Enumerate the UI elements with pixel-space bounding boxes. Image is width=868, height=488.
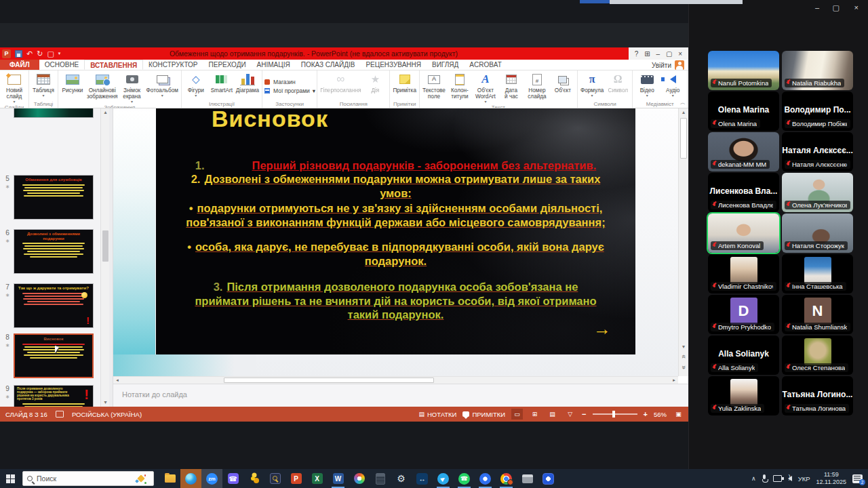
powerpoint-icon[interactable]: P: [285, 469, 307, 488]
settings-icon[interactable]: ⚙: [391, 469, 412, 488]
comments-toggle-button[interactable]: ПРИМІТКИ: [462, 411, 505, 418]
ribbon-item-Текстове-поле[interactable]: AТекстове поле: [421, 71, 447, 100]
slideshow-view-button[interactable]: ▽: [564, 409, 576, 420]
file-explorer-icon[interactable]: [159, 469, 180, 488]
participant-tile-Наталя Алєксєєнко[interactable]: Наталя Алєксєє...Наталя Алєксєєнко: [782, 132, 853, 171]
ribbon-item-Дата-й час[interactable]: Дата й час: [498, 71, 524, 100]
notification-center-icon[interactable]: 2: [852, 474, 863, 483]
slide-text-item[interactable]: •особа, яка дарує, не перебуває в підпор…: [186, 240, 606, 268]
sign-in[interactable]: Увійти: [652, 60, 684, 70]
scroll-down-icon[interactable]: ▾: [679, 343, 688, 351]
zoom-slider[interactable]: [593, 413, 637, 415]
reading-view-button[interactable]: ▤: [547, 409, 558, 420]
viber-icon[interactable]: ☎: [222, 469, 243, 488]
participant-tile-Alla Solianyk[interactable]: Alla SolianykAlla Solianyk: [708, 336, 779, 375]
zoom-level[interactable]: 56%: [654, 411, 667, 418]
speaker-tray-icon[interactable]: [788, 476, 792, 481]
notes-pane[interactable]: Нотатки до слайда: [113, 384, 688, 407]
scroll-left-icon[interactable]: ◂: [113, 377, 121, 384]
tab-вставлення[interactable]: ВСТАВЛЕННЯ: [84, 60, 143, 70]
tab-основне[interactable]: ОСНОВНЕ: [39, 60, 85, 70]
restore-icon[interactable]: ▢: [666, 50, 672, 58]
ribbon-item-Новий-слайд[interactable]: Новий слайд▾: [1, 71, 27, 104]
participant-tile-Olena Marina[interactable]: Olena MarinaOlena Marina: [708, 92, 779, 131]
slide-text-item[interactable]: 3.Після отримання дозволеного подарунка …: [186, 280, 606, 321]
edge-icon[interactable]: [180, 469, 201, 488]
minimize-icon[interactable]: –: [815, 3, 819, 12]
ribbon-item-Колон--титули[interactable]: Колон- титули: [447, 71, 473, 100]
participant-tile-Татьяна Логинова[interactable]: Татьяна Логино...Татьяна Логинова: [782, 376, 853, 415]
tab-file[interactable]: ФАЙЛ: [0, 60, 39, 70]
ribbon-item-SmartArt[interactable]: SmartArt: [209, 71, 235, 94]
slide[interactable]: Висновок 1.Перший різновид подарунків - …: [156, 108, 635, 354]
tab-переходи[interactable]: ПЕРЕХОДИ: [203, 60, 252, 70]
participant-tile-Artem Konoval[interactable]: Artem Konoval: [708, 214, 779, 253]
slide-thumbnail-6[interactable]: Дозволені з обмеженнями подарунки: [14, 229, 94, 274]
ribbon-item-Онлайнові-зображення[interactable]: Онлайнові зображення: [85, 71, 119, 100]
school-app-icon[interactable]: [538, 469, 559, 488]
ribbon-item-Знімок-екрана[interactable]: Знімок екрана▾: [119, 71, 145, 104]
slide-title[interactable]: Висновок: [212, 108, 328, 132]
participant-tile-dekanat-MM MM[interactable]: dekanat-MM MM: [708, 132, 779, 171]
zoom-app-icon[interactable]: zm: [201, 469, 222, 488]
ribbon-item-Фігури[interactable]: ◇Фігури▾: [183, 71, 209, 98]
ribbon-item-Мої програми[interactable]: Мої програми▾: [264, 87, 315, 94]
slide-thumbnail-partial[interactable]: [14, 108, 94, 118]
slide-editing-canvas[interactable]: Висновок 1.Перший різновид подарунків - …: [113, 108, 678, 376]
ribbon-item-Формула[interactable]: πФормула▾: [579, 71, 605, 98]
normal-view-button[interactable]: ▭: [511, 409, 523, 420]
slide-text-item[interactable]: •подарунки отримуються не у зв'язку зі з…: [186, 201, 606, 229]
slide-thumbnail-7[interactable]: Так що ж дарувати та отримувати?!: [14, 283, 94, 328]
ribbon-item-Таблиця[interactable]: Таблиця▾: [31, 71, 56, 98]
tab-показ слайдів[interactable]: ПОКАЗ СЛАЙДІВ: [296, 60, 361, 70]
participant-tile-Олена Лук'янчикова[interactable]: Олена Лук'янчикова: [782, 173, 853, 212]
ribbon-item-Діаграма[interactable]: Діаграма: [235, 71, 260, 94]
next-slide-icon[interactable]: »: [679, 363, 688, 372]
slide-text-item[interactable]: 2.Дозволені з обмеженнями подарунки можн…: [186, 172, 606, 200]
chrome-icon[interactable]: [496, 469, 517, 488]
scrollbar-thumb[interactable]: [680, 118, 687, 159]
key-app-icon[interactable]: [264, 469, 285, 488]
scroll-right-icon[interactable]: ▸: [670, 377, 678, 384]
tray-expand-icon[interactable]: ∧: [751, 475, 756, 482]
thumbnail-scrollbar[interactable]: ▴ ▾: [100, 108, 109, 407]
zoom-in-button[interactable]: +: [644, 410, 648, 418]
calculator-icon[interactable]: [370, 469, 391, 488]
word-icon[interactable]: W: [328, 469, 349, 488]
blue-circle-app-icon[interactable]: [475, 469, 496, 488]
ribbon-item-Об'єкт-WordArt[interactable]: AОб'єкт WordArt▾: [473, 71, 498, 104]
excel-icon[interactable]: X: [307, 469, 328, 488]
scroll-up-icon[interactable]: ▴: [679, 108, 688, 117]
display-tray-icon[interactable]: [773, 475, 782, 482]
collapse-ribbon-icon[interactable]: ︿: [680, 99, 686, 106]
participant-tile-Олеся Степанова[interactable]: Олеся Степанова: [782, 336, 853, 375]
next-arrow[interactable]: →: [593, 319, 611, 340]
tab-рецензування[interactable]: РЕЦЕНЗУВАННЯ: [360, 60, 427, 70]
ribbon-display-options-icon[interactable]: ⊞: [644, 50, 650, 58]
previous-slide-icon[interactable]: «: [679, 352, 688, 361]
participant-tile-Nanuli Potomkina[interactable]: Nanuli Potomkina: [708, 51, 779, 90]
slide-text-item[interactable]: 1.Перший різновид подарунків - заборонен…: [186, 159, 606, 172]
telegram-icon[interactable]: ▶: [433, 469, 454, 488]
participant-tile-Vladimir Chastnikov[interactable]: Vladimir Chastnikov: [708, 254, 779, 293]
scrollbar-thumb[interactable]: [102, 230, 108, 262]
zoom-out-button[interactable]: −: [582, 410, 586, 418]
vertical-scrollbar[interactable]: ▴ ▾ « »: [678, 108, 688, 376]
slide-sorter-view-button[interactable]: ⊞: [529, 409, 540, 420]
participant-tile-Dmytro Prykhodko[interactable]: DDmytro Prykhodko: [708, 295, 779, 334]
language-status[interactable]: РОСІЙСЬКА (УКРАЇНА): [72, 411, 142, 418]
microphone-tray-icon[interactable]: [762, 474, 767, 483]
ribbon-item-Аудіо[interactable]: Аудіо▾: [660, 71, 686, 98]
ribbon-item-Рисунки[interactable]: Рисунки: [60, 71, 85, 94]
maximize-icon[interactable]: ▢: [833, 3, 840, 12]
yellow-app-icon[interactable]: [243, 469, 264, 488]
participant-tile-Yulia Zaklinska[interactable]: Yulia Zaklinska: [708, 376, 779, 415]
tab-acrobat[interactable]: ACROBAT: [464, 60, 507, 70]
search-input[interactable]: Поиск: [22, 471, 154, 486]
horizontal-scrollbar[interactable]: ◂ ▸: [113, 376, 678, 384]
ribbon-item-Примітка[interactable]: Примітка: [391, 71, 418, 94]
slide-body-textbox[interactable]: 1.Перший різновид подарунків - заборонен…: [186, 159, 606, 322]
paint-icon[interactable]: [349, 469, 370, 488]
slide-thumbnail-8[interactable]: Висновок: [14, 333, 94, 378]
tab-вигляд[interactable]: ВИГЛЯД: [427, 60, 464, 70]
